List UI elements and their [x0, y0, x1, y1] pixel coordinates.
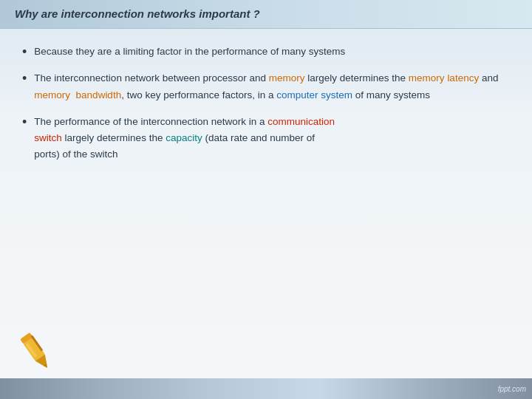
bullet-text-3: The performance of the interconnection n…: [34, 114, 335, 163]
bullet-item-2: • The interconnection network between pr…: [22, 70, 510, 103]
footer-brand: fppt.com: [498, 385, 526, 393]
highlight-memory-3: memory: [34, 89, 70, 100]
bullet-item-3: • The performance of the interconnection…: [22, 114, 510, 163]
highlight-capacity: capacity: [166, 132, 202, 143]
highlight-communication: communication: [267, 116, 335, 127]
highlight-bandwidth: bandwidth: [76, 89, 122, 100]
bullet-text-2: The interconnection network between proc…: [34, 70, 510, 103]
bullet-text-1: Because they are a limiting factor in th…: [34, 44, 345, 60]
highlight-memory-1: memory: [269, 72, 305, 83]
highlight-switch: switch: [34, 132, 62, 143]
bullet-item-1: • Because they are a limiting factor in …: [22, 44, 510, 60]
highlight-latency: latency: [447, 72, 479, 83]
footer-bar: fppt.com: [0, 378, 532, 399]
slide-title: Why are interconnection networks importa…: [15, 7, 260, 20]
highlight-memory-2: memory: [409, 72, 445, 83]
slide-header: Why are interconnection networks importa…: [0, 0, 532, 29]
slide-content: • Because they are a limiting factor in …: [0, 29, 532, 378]
bullet-dot-1: •: [22, 44, 27, 60]
bullet-dot-3: •: [22, 115, 27, 130]
slide: Why are interconnection networks importa…: [0, 0, 532, 399]
highlight-computer-system: computer system: [276, 89, 352, 100]
bullet-dot-2: •: [22, 71, 27, 86]
highlighter-icon: [13, 329, 58, 373]
